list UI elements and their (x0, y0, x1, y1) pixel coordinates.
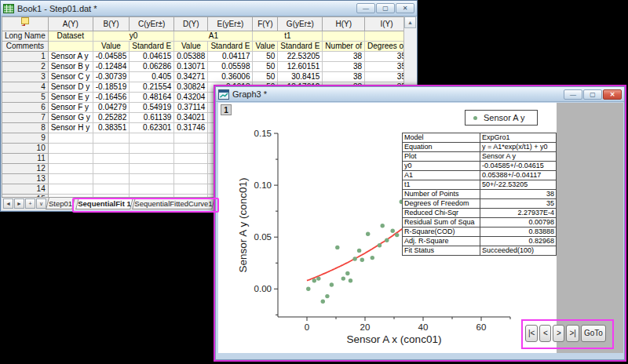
row-header[interactable]: 9 (2, 133, 49, 144)
row-label-comments[interactable]: Comments (2, 42, 49, 52)
longname-cell[interactable]: A1 (174, 31, 253, 42)
worksheet-cell[interactable] (174, 164, 208, 174)
worksheet-cell[interactable] (48, 144, 93, 154)
minimize-icon[interactable]: — (356, 3, 375, 13)
worksheet-cell[interactable]: Sensor C y (48, 72, 93, 82)
comments-cell[interactable]: Standard E (208, 42, 253, 52)
worksheet-cell[interactable] (93, 133, 129, 144)
tab-add-icon[interactable]: + (25, 198, 35, 209)
column-header[interactable]: F(Y) (253, 17, 278, 31)
worksheet-cell[interactable]: 38 (323, 72, 365, 82)
worksheet-cell[interactable]: Sensor E y (48, 93, 93, 103)
worksheet-cell[interactable] (130, 144, 174, 154)
worksheet-cell[interactable]: 0.34271 (174, 72, 208, 82)
close-icon[interactable]: ✕ (603, 89, 622, 100)
longname-cell[interactable] (365, 31, 409, 42)
sheet-tab-sequentialfit-1[interactable]: SequentialFit 1 (75, 198, 133, 209)
worksheet-cell[interactable]: 50 (253, 52, 278, 62)
worksheet-cell[interactable]: 35 (365, 52, 409, 62)
worksheet-cell[interactable]: 0.37114 (174, 103, 208, 113)
nav-first-button[interactable]: |< (525, 325, 538, 342)
comments-cell[interactable]: Value (253, 42, 278, 52)
worksheet-cell[interactable]: Sensor A y (48, 52, 93, 62)
row-header[interactable]: 7 (2, 113, 49, 123)
worksheet-cell[interactable]: 0.405 (130, 72, 174, 82)
worksheet-cell[interactable] (48, 184, 93, 195)
worksheet-cell[interactable]: 0.36006 (208, 72, 253, 82)
row-header[interactable]: 2 (2, 62, 49, 72)
worksheet-cell[interactable] (93, 154, 129, 164)
column-header[interactable]: I(Y) (365, 17, 409, 31)
row-label-longname[interactable]: Long Name (2, 31, 49, 42)
worksheet-cell[interactable]: 0.05388 (174, 52, 208, 62)
row-header[interactable]: 5 (2, 93, 49, 103)
column-header[interactable]: D(Y) (174, 17, 208, 31)
comments-cell[interactable]: Number of (323, 42, 365, 52)
column-header[interactable]: E(yEr±) (208, 17, 253, 31)
column-header[interactable]: H(Y) (323, 17, 365, 31)
comments-cell[interactable] (48, 42, 93, 52)
worksheet-cell[interactable]: 0.04615 (130, 52, 174, 62)
worksheet-cell[interactable]: 0.34021 (174, 113, 208, 123)
row-header[interactable]: 1 (2, 52, 49, 62)
worksheet-cell[interactable]: Sensor H y (48, 123, 93, 133)
worksheet-cell[interactable]: Sensor B y (48, 62, 93, 72)
worksheet-cell[interactable]: 50 (253, 62, 278, 72)
worksheet-cell[interactable] (174, 144, 208, 154)
worksheet-cell[interactable]: 0.38351 (93, 123, 129, 133)
worksheet-cell[interactable]: 0.25282 (93, 113, 129, 123)
worksheet-cell[interactable] (48, 174, 93, 184)
worksheet-cell[interactable]: 0.21554 (130, 82, 174, 93)
maximize-icon[interactable]: ▢ (583, 89, 602, 100)
worksheet-cell[interactable]: 38 (323, 62, 365, 72)
worksheet-cell[interactable]: -0.18519 (93, 82, 129, 93)
worksheet-cell[interactable] (93, 164, 129, 174)
comments-cell[interactable]: Degrees of (365, 42, 409, 52)
row-header[interactable]: 4 (2, 82, 49, 93)
row-header[interactable]: 11 (2, 154, 49, 164)
column-header[interactable]: B(Y) (93, 17, 129, 31)
worksheet-cell[interactable] (130, 164, 174, 174)
sheet-tab-sequentialfittedcurve1[interactable]: SequentialFittedCurve1 (132, 198, 215, 209)
worksheet-cell[interactable]: 0.05598 (208, 62, 253, 72)
worksheet-cell[interactable] (130, 154, 174, 164)
longname-cell[interactable]: Dataset (48, 31, 93, 42)
worksheet-cell[interactable] (174, 133, 208, 144)
worksheet-cell[interactable]: 0.30824 (174, 82, 208, 93)
worksheet-cell[interactable]: 22.53205 (278, 52, 323, 62)
row-header[interactable]: 13 (2, 174, 49, 184)
worksheet-cell[interactable]: 0.04279 (93, 103, 129, 113)
goto-button[interactable]: GoTo (581, 325, 606, 342)
worksheet-cell[interactable]: -0.16456 (93, 93, 129, 103)
worksheet-cell[interactable]: -0.04585 (93, 52, 129, 62)
worksheet-cell[interactable]: 0.62301 (130, 123, 174, 133)
worksheet-cell[interactable]: -0.12484 (93, 62, 129, 72)
worksheet-cell[interactable]: 38 (323, 52, 365, 62)
worksheet-cell[interactable]: 0.13071 (174, 62, 208, 72)
row-header[interactable]: 14 (2, 184, 49, 195)
worksheet-cell[interactable] (93, 144, 129, 154)
column-header[interactable]: A(Y) (48, 17, 93, 31)
row-header[interactable]: 12 (2, 164, 49, 174)
tab-list-icon[interactable]: ∨ (36, 198, 46, 209)
graph-page[interactable]: 1 02040600.000.050.100.15Sensor A x (con… (218, 103, 557, 353)
nav-next-button[interactable]: > (553, 325, 564, 342)
graph3-titlebar[interactable]: Graph3 * — ▢ ✕ (216, 87, 624, 102)
row-header[interactable]: 6 (2, 103, 49, 113)
minimize-icon[interactable]: — (564, 89, 582, 100)
scatter-points[interactable] (306, 200, 403, 304)
comments-cell[interactable]: Standard E (278, 42, 323, 52)
worksheet-cell[interactable]: 35 (365, 72, 409, 82)
worksheet-cell[interactable]: 0.04117 (208, 52, 253, 62)
worksheet-cell[interactable] (48, 154, 93, 164)
book1-titlebar[interactable]: Book1 - Step01.dat * — ▢ ✕ (1, 1, 417, 16)
sheet-tab-step01[interactable]: Step01 (46, 198, 75, 209)
worksheet-corner-cell[interactable] (2, 17, 49, 31)
worksheet-cell[interactable]: 0.54919 (130, 103, 174, 113)
worksheet-cell[interactable]: 0.43204 (174, 93, 208, 103)
scroll-up-icon[interactable]: ▲ (404, 16, 416, 28)
tab-next-icon[interactable]: ► (14, 198, 24, 209)
worksheet-cell[interactable] (174, 154, 208, 164)
comments-cell[interactable]: Standard E (130, 42, 174, 52)
worksheet-cell[interactable] (130, 174, 174, 184)
